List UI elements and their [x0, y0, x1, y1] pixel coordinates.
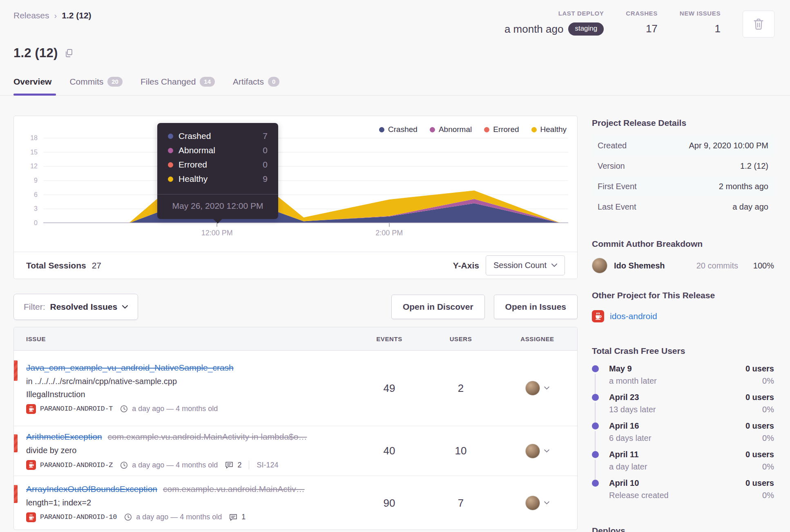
timeline-dot: [592, 394, 599, 401]
healthy-dot-icon: [168, 177, 173, 182]
commit-author-row: Ido Shemesh 20 commits 100%: [592, 258, 774, 273]
assignee-dropdown[interactable]: [498, 444, 577, 458]
delete-release-button[interactable]: [743, 11, 774, 38]
copy-version-button[interactable]: [64, 48, 74, 58]
tab-artifacts[interactable]: Artifacts 0: [233, 77, 279, 96]
tab-commits[interactable]: Commits 20: [69, 77, 123, 96]
events-count: 90: [355, 497, 424, 510]
last-deploy-label: LAST DEPLOY: [504, 10, 604, 17]
tab-overview-label: Overview: [13, 77, 51, 87]
filter-dropdown[interactable]: Filter: Resolved Issues: [13, 294, 138, 320]
detail-row-created: Created Apr 9, 2020 10:00 PM: [592, 135, 774, 156]
detail-row-first-event: First Event 2 months ago: [592, 176, 774, 197]
y-axis-tick-label: 3: [17, 205, 38, 212]
tabs-divider: [0, 95, 790, 96]
issue-age: a day ago — 4 months old: [132, 405, 218, 413]
legend-item-healthy[interactable]: Healthy: [531, 125, 567, 134]
comments-icon: [225, 461, 233, 469]
timeline-date: April 16: [609, 421, 651, 431]
java-project-icon: [592, 310, 604, 322]
breadcrumb: Releases › 1.2 (12): [13, 11, 91, 20]
project-slug[interactable]: PARANOID-ANDROID-Z: [40, 461, 113, 469]
page-title-row: 1.2 (12): [13, 46, 74, 60]
chevron-down-icon: [544, 387, 549, 390]
issue-title-link[interactable]: ArithmeticException: [26, 432, 102, 441]
tooltip-row-errored: Errored 0: [168, 160, 268, 170]
crash-free-timeline: May 9 a month later 0 users 0% April 23 …: [592, 364, 774, 507]
issue-message: divide by zero: [26, 446, 350, 455]
users-column-header: USERS: [424, 335, 498, 342]
other-project-link[interactable]: idos-android: [610, 311, 657, 321]
legend-item-abnormal[interactable]: Abnormal: [430, 125, 472, 134]
crashes-label: CRASHES: [626, 10, 658, 17]
java-project-icon: [26, 404, 36, 414]
tab-files-changed-label: Files Changed: [141, 77, 196, 87]
unresolved-marker: [14, 485, 18, 503]
java-project-icon: [26, 512, 36, 522]
tooltip-date: May 26, 2020 12:00 PM: [157, 194, 278, 219]
version-label: Version: [598, 161, 625, 171]
legend-item-errored[interactable]: Errored: [484, 125, 519, 134]
last-event-label: Last Event: [598, 202, 636, 212]
tooltip-errored-label: Errored: [179, 160, 257, 170]
comments-count: 1: [241, 513, 245, 521]
legend-item-crashed[interactable]: Crashed: [379, 125, 417, 134]
sessions-chart-card: Crashed Abnormal Errored Healthy Crashed…: [13, 116, 578, 279]
timeline-item: April 23 13 days later 0 users 0%: [592, 393, 774, 421]
last-event-value: a day ago: [732, 202, 768, 212]
assignee-dropdown[interactable]: [498, 496, 577, 510]
errored-dot-icon: [168, 162, 173, 168]
tooltip-row-crashed: Crashed 7: [168, 131, 268, 141]
tab-overview[interactable]: Overview: [13, 77, 51, 96]
assignee-avatar: [525, 381, 540, 396]
active-tab-underline: [13, 94, 56, 96]
errored-legend-dot: [484, 127, 489, 132]
author-commit-count: 20 commits: [696, 261, 738, 270]
issues-filter-bar: Filter: Resolved Issues Open in Discover…: [13, 294, 578, 320]
assignee-dropdown[interactable]: [498, 381, 577, 396]
crashed-dot-icon: [168, 134, 173, 139]
timeline-date: April 11: [609, 450, 647, 459]
open-in-issues-button[interactable]: Open in Issues: [494, 295, 578, 319]
timeline-sublabel: Release created: [609, 491, 669, 500]
tab-files-changed[interactable]: Files Changed 14: [141, 77, 215, 96]
stacked-area-chart[interactable]: [43, 135, 568, 223]
assignee-avatar: [525, 496, 540, 510]
tooltip-errored-value: 0: [263, 160, 268, 170]
issue-title-link[interactable]: ArrayIndexOutOfBoundsException: [26, 484, 157, 494]
issue-column-header: ISSUE: [14, 335, 355, 342]
tooltip-crashed-label: Crashed: [179, 131, 257, 141]
project-slug[interactable]: PARANOID-ANDROID-10: [40, 513, 117, 521]
project-slug[interactable]: PARANOID-ANDROID-T: [40, 405, 113, 413]
meta-divider: [249, 460, 249, 469]
issue-title-link[interactable]: Java_com_example_vu_android_NativeSample…: [26, 363, 234, 372]
staging-badge: staging: [568, 22, 604, 36]
breadcrumb-releases-link[interactable]: Releases: [13, 11, 49, 20]
chevron-down-icon: [544, 501, 549, 505]
chart-footer: Total Sessions 27 Y-Axis Session Count: [14, 252, 577, 279]
timeline-date: April 10: [609, 478, 669, 488]
new-issues-value: 1: [680, 22, 721, 35]
assignee-avatar: [525, 444, 540, 458]
timeline-connector: [595, 374, 596, 394]
tooltip-row-abnormal: Abnormal 0: [168, 145, 268, 155]
y-axis-tick-label: 15: [17, 149, 38, 156]
timeline-item: May 9 a month later 0 users 0%: [592, 364, 774, 393]
open-in-discover-button[interactable]: Open in Discover: [391, 295, 485, 319]
issue-message: IllegalInstruction: [26, 390, 350, 399]
timeline-users: 0 users: [745, 393, 774, 402]
timeline-dot: [592, 365, 599, 372]
yaxis-select[interactable]: Session Count: [486, 255, 565, 275]
tab-commits-badge: 20: [107, 77, 123, 87]
first-event-label: First Event: [598, 182, 637, 191]
assignee-column-header: ASSIGNEE: [498, 335, 577, 342]
filter-value: Resolved Issues: [50, 302, 118, 312]
timeline-date: April 23: [609, 393, 656, 402]
users-count: 2: [424, 382, 498, 395]
deploys-heading: Deploys: [592, 526, 774, 532]
timeline-sublabel: 13 days later: [609, 405, 656, 414]
chart-legend: Crashed Abnormal Errored Healthy: [379, 125, 567, 134]
users-count: 7: [424, 497, 498, 510]
commit-author-heading: Commit Author Breakdown: [592, 239, 774, 249]
created-value: Apr 9, 2020 10:00 PM: [689, 141, 768, 150]
